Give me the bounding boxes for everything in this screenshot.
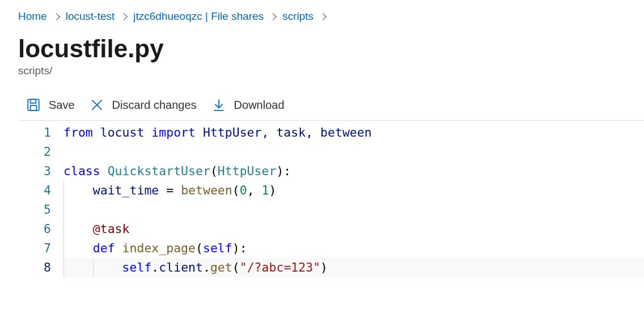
line-number: 1	[18, 123, 51, 142]
download-icon	[211, 98, 226, 112]
code-line[interactable]	[63, 200, 644, 219]
line-number: 8	[18, 258, 51, 277]
code-line[interactable]: @task	[63, 219, 644, 239]
code-line[interactable]: self.client.get("/?abc=123")	[63, 258, 644, 277]
chevron-right-icon	[120, 13, 128, 20]
save-label: Save	[49, 99, 75, 112]
code-area[interactable]: from locust import HttpUser, task, betwe…	[63, 123, 644, 277]
code-line[interactable]: def index_page(self):	[63, 239, 644, 258]
save-button[interactable]: Save	[26, 98, 75, 112]
code-line[interactable]: class QuickstartUser(HttpUser):	[63, 162, 644, 181]
breadcrumb-scripts[interactable]: scripts	[282, 10, 313, 23]
download-label: Download	[234, 99, 285, 112]
line-number: 4	[18, 181, 51, 200]
line-gutter: 12345678	[18, 123, 63, 277]
breadcrumb: Home locust-test jtzc6dhueoqzc | File sh…	[18, 10, 644, 23]
page-title: locustfile.py	[18, 35, 644, 62]
line-number: 3	[18, 162, 51, 181]
line-number: 6	[18, 219, 51, 239]
breadcrumb-fileshares[interactable]: jtzc6dhueoqzc | File shares	[133, 10, 264, 23]
page-subtitle: scripts/	[18, 65, 644, 77]
code-line[interactable]: wait_time = between(0, 1)	[63, 181, 644, 200]
breadcrumb-home[interactable]: Home	[18, 10, 47, 23]
line-number: 5	[18, 200, 51, 219]
code-line[interactable]: from locust import HttpUser, task, betwe…	[63, 123, 644, 142]
breadcrumb-locust-test[interactable]: locust-test	[66, 10, 115, 23]
close-icon	[90, 98, 104, 112]
download-button[interactable]: Download	[211, 98, 285, 112]
save-icon	[26, 98, 41, 112]
chevron-right-icon	[53, 13, 60, 20]
line-number: 2	[18, 142, 51, 162]
chevron-right-icon	[319, 13, 327, 20]
code-editor[interactable]: 12345678 from locust import HttpUser, ta…	[18, 121, 644, 277]
toolbar: Save Discard changes Download	[18, 98, 644, 121]
chevron-right-icon	[269, 13, 277, 20]
line-number: 7	[18, 239, 51, 258]
discard-label: Discard changes	[112, 99, 197, 112]
svg-rect-2	[31, 105, 37, 111]
code-line[interactable]	[63, 142, 644, 162]
svg-rect-0	[28, 100, 39, 111]
svg-rect-1	[31, 100, 36, 104]
discard-button[interactable]: Discard changes	[90, 98, 197, 112]
